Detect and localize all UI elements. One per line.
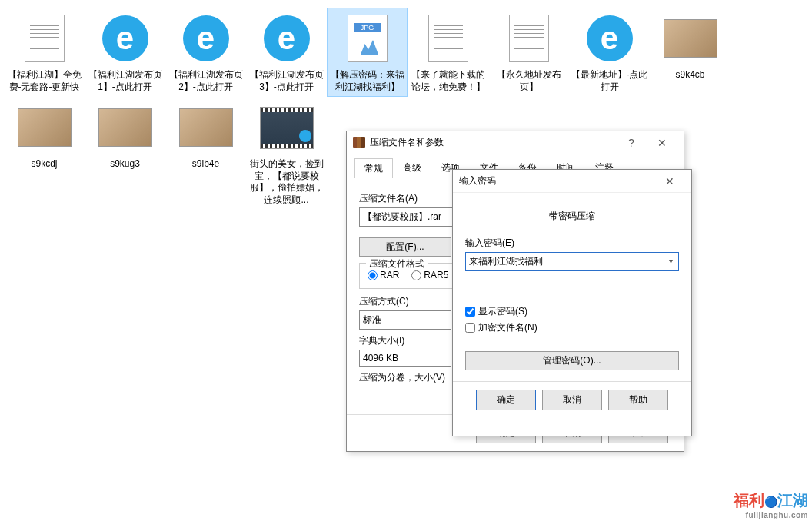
file-item[interactable]: JPG【解压密码：来福利江湖找福利】 bbox=[327, 8, 408, 97]
file-item[interactable]: e【福利江湖发布页1】-点此打开 bbox=[85, 8, 165, 97]
password-dialog: 输入密码 ✕ 带密码压缩 输入密码(E) 来福利江湖找福利 ▾ 显示密码(S) … bbox=[452, 169, 692, 436]
file-label: 【福利江湖发布页3】-点此打开 bbox=[248, 69, 325, 93]
file-label: 【福利江湖发布页2】-点此打开 bbox=[168, 69, 245, 93]
watermark: 福利🔵江湖 fulijianghu.com bbox=[734, 490, 808, 519]
dialog-title: 压缩文件名和参数 bbox=[370, 136, 616, 149]
file-item[interactable]: s9k4cb bbox=[650, 8, 730, 97]
file-label: s9lb4e bbox=[192, 158, 219, 171]
file-item[interactable]: 【来了就能下载的论坛，纯免费！】 bbox=[408, 8, 488, 97]
image-thumbnail bbox=[98, 108, 152, 147]
subtitle: 带密码压缩 bbox=[465, 210, 679, 223]
file-label: 【福利江湖发布页1】-点此打开 bbox=[87, 69, 164, 93]
file-label: s9kug3 bbox=[110, 158, 140, 171]
text-file-icon bbox=[25, 15, 65, 62]
password-input[interactable]: 来福利江湖找福利 ▾ bbox=[465, 252, 679, 271]
file-label: 【来了就能下载的论坛，纯免费！】 bbox=[410, 69, 487, 93]
file-item[interactable]: 【福利江湖】全免费-无套路-更新快 bbox=[4, 8, 85, 97]
help-icon[interactable]: ? bbox=[616, 132, 647, 154]
file-item[interactable]: e【福利江湖发布页2】-点此打开 bbox=[165, 8, 246, 97]
file-label: s9kcdj bbox=[31, 158, 57, 171]
dialog-title: 输入密码 bbox=[459, 174, 654, 187]
browser-icon: e bbox=[587, 15, 633, 61]
profile-button[interactable]: 配置(F)... bbox=[359, 237, 451, 257]
jpg-file-icon: JPG bbox=[348, 15, 388, 62]
close-icon[interactable]: ✕ bbox=[647, 132, 677, 154]
method-select[interactable]: 标准 bbox=[359, 310, 451, 330]
tab[interactable]: 常规 bbox=[354, 158, 393, 178]
file-label: 街头的美女，捡到宝，【都说要校服】，偷拍嫖娼，连续照顾... bbox=[248, 158, 325, 206]
titlebar[interactable]: 压缩文件名和参数 ? ✕ bbox=[347, 131, 684, 154]
image-thumbnail bbox=[179, 108, 233, 147]
encrypt-names-checkbox[interactable]: 加密文件名(N) bbox=[465, 321, 679, 334]
text-file-icon bbox=[428, 15, 468, 62]
close-icon[interactable]: ✕ bbox=[654, 171, 685, 192]
help-button[interactable]: 帮助 bbox=[608, 390, 668, 410]
chevron-down-icon[interactable]: ▾ bbox=[664, 254, 677, 267]
show-password-checkbox[interactable]: 显示密码(S) bbox=[465, 305, 679, 318]
dict-select[interactable]: 4096 KB bbox=[359, 350, 451, 367]
cancel-button[interactable]: 取消 bbox=[542, 390, 602, 410]
password-label: 输入密码(E) bbox=[465, 237, 679, 250]
file-item[interactable]: s9kug3 bbox=[85, 97, 165, 210]
file-item[interactable]: 【永久地址发布页】 bbox=[488, 8, 569, 97]
titlebar[interactable]: 输入密码 ✕ bbox=[453, 170, 691, 193]
ok-button[interactable]: 确定 bbox=[476, 390, 536, 410]
radio-rar5[interactable]: RAR5 bbox=[411, 270, 448, 280]
file-item[interactable]: 街头的美女，捡到宝，【都说要校服】，偷拍嫖娼，连续照顾... bbox=[246, 97, 327, 210]
file-label: 【解压密码：来福利江湖找福利】 bbox=[329, 69, 406, 93]
image-thumbnail bbox=[18, 108, 72, 147]
browser-icon: e bbox=[264, 15, 310, 61]
file-label: 【福利江湖】全免费-无套路-更新快 bbox=[6, 69, 83, 93]
file-label: s9k4cb bbox=[675, 69, 704, 81]
browser-icon: e bbox=[102, 15, 148, 61]
browser-icon: e bbox=[183, 15, 229, 61]
video-thumbnail bbox=[260, 107, 314, 149]
file-item[interactable]: s9lb4e bbox=[165, 97, 246, 210]
file-item[interactable]: e【福利江湖发布页3】-点此打开 bbox=[246, 8, 327, 97]
file-label: 【最新地址】-点此打开 bbox=[571, 69, 648, 93]
tab[interactable]: 高级 bbox=[393, 158, 431, 178]
file-label: 【永久地址发布页】 bbox=[491, 69, 567, 93]
file-item[interactable]: e【最新地址】-点此打开 bbox=[569, 8, 650, 97]
file-item[interactable]: s9kcdj bbox=[4, 97, 85, 210]
radio-rar[interactable]: RAR bbox=[368, 270, 399, 280]
manage-passwords-button[interactable]: 管理密码(O)... bbox=[465, 351, 679, 370]
app-icon bbox=[353, 137, 365, 149]
text-file-icon bbox=[509, 15, 549, 62]
image-thumbnail bbox=[664, 19, 717, 58]
